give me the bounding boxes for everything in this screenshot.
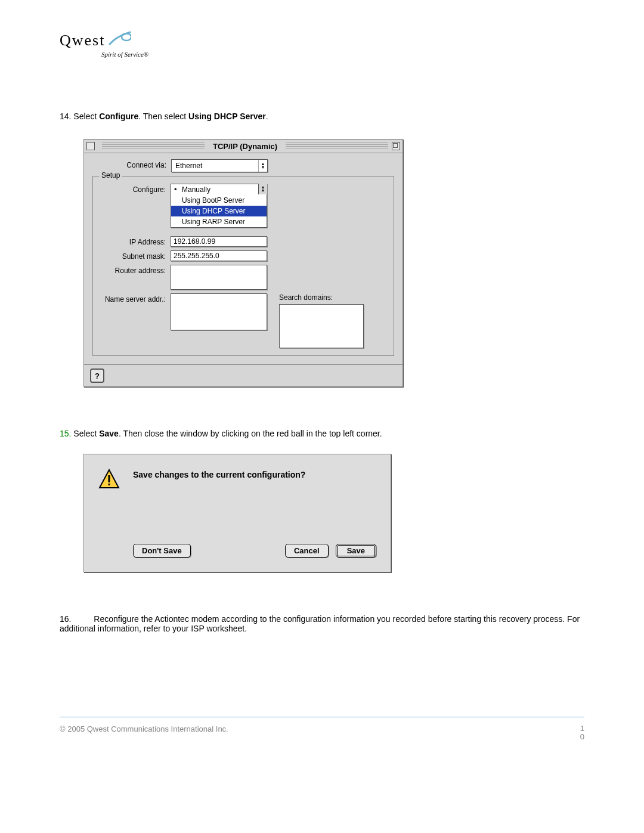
footer-page-bottom: 0 xyxy=(580,733,584,741)
svg-rect-2 xyxy=(109,475,110,482)
warning-icon xyxy=(98,469,120,490)
step-16-text: Reconfigure the Actiontec modem accordin… xyxy=(60,614,580,633)
cancel-button[interactable]: Cancel xyxy=(285,544,329,558)
configure-option-manually[interactable]: Manually xyxy=(171,184,267,195)
step-14-text: Select Configure. Then select Using DHCP… xyxy=(73,112,268,121)
logo-tagline: Spirit of Service® xyxy=(101,51,584,58)
router-address-input[interactable] xyxy=(171,265,267,290)
ip-address-input[interactable]: 192.168.0.99 xyxy=(171,236,267,247)
step-14-number: 14. xyxy=(60,112,71,121)
window-titlebar: TCP/IP (Dynamic) xyxy=(84,140,402,153)
configure-label: Configure: xyxy=(100,184,171,194)
window-title: TCP/IP (Dynamic) xyxy=(208,142,282,151)
svg-rect-3 xyxy=(109,484,110,485)
search-domains-label: Search domains: xyxy=(279,293,364,302)
step-15: 15. Select Save. Then close the window b… xyxy=(60,429,584,438)
help-button[interactable]: ? xyxy=(90,368,104,383)
logo-swoosh-icon xyxy=(109,31,131,48)
tcpip-window: TCP/IP (Dynamic) Connect via: Ethernet ▲… xyxy=(83,139,403,387)
svg-point-0 xyxy=(122,33,131,41)
dialog-message: Save changes to the current configuratio… xyxy=(133,469,305,479)
connect-via-dropdown[interactable]: Ethernet ▲▼ xyxy=(171,159,268,172)
name-server-input[interactable] xyxy=(171,293,267,330)
setup-legend: Setup xyxy=(99,171,122,179)
router-address-label: Router address: xyxy=(100,265,171,275)
name-server-label: Name server addr.: xyxy=(100,293,171,304)
step-15-text: Select Save. Then close the window by cl… xyxy=(73,429,382,438)
step-14: 14. Select Configure. Then select Using … xyxy=(60,112,584,121)
configure-dropdown-open[interactable]: Manually Using BootP Server Using DHCP S… xyxy=(171,184,267,228)
step-16: 16. Reconfigure the Actiontec modem acco… xyxy=(60,614,584,633)
titlebar-stripes xyxy=(102,143,205,150)
logo-block: Qwest Spirit of Service® xyxy=(60,30,584,58)
titlebar-stripes xyxy=(286,143,388,150)
help-icon: ? xyxy=(95,371,100,380)
footer-copyright: © 2005 Qwest Communications Internationa… xyxy=(60,724,228,742)
dropdown-arrows-icon: ▲▼ xyxy=(258,184,267,194)
connect-via-label: Connect via: xyxy=(92,159,171,169)
search-domains-input[interactable] xyxy=(279,304,364,348)
ip-address-label: IP Address: xyxy=(100,236,171,246)
subnet-mask-label: Subnet mask: xyxy=(100,250,171,261)
configure-option-bootp[interactable]: Using BootP Server xyxy=(171,195,267,206)
configure-option-dhcp[interactable]: Using DHCP Server xyxy=(171,206,267,216)
page-footer: © 2005 Qwest Communications Internationa… xyxy=(60,717,584,742)
setup-fieldset: Setup Configure: Manually Using BootP Se… xyxy=(92,176,394,356)
logo-brand: Qwest xyxy=(60,32,105,49)
configure-option-rarp[interactable]: Using RARP Server xyxy=(171,216,267,227)
dropdown-arrows-icon: ▲▼ xyxy=(258,160,267,172)
dont-save-button[interactable]: Don't Save xyxy=(133,544,191,558)
footer-page-top: 1 xyxy=(580,724,584,733)
step-16-number: 16. xyxy=(60,614,71,624)
close-box-icon[interactable] xyxy=(86,142,95,150)
subnet-mask-input[interactable]: 255.255.255.0 xyxy=(171,250,267,261)
zoom-box-icon[interactable] xyxy=(392,142,400,150)
save-button[interactable]: Save xyxy=(336,544,376,558)
connect-via-value: Ethernet xyxy=(172,162,258,170)
save-dialog: Save changes to the current configuratio… xyxy=(83,454,391,572)
step-15-number: 15. xyxy=(60,429,71,438)
